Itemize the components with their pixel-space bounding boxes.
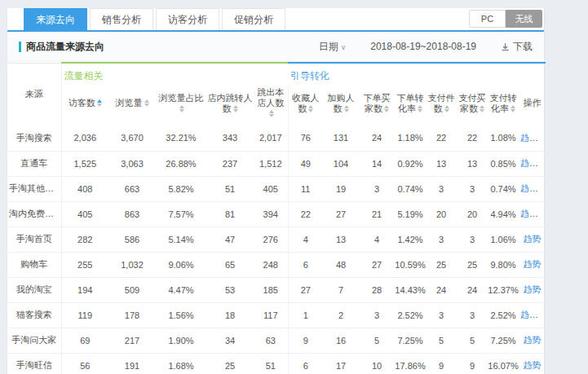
trend-link[interactable]: 趋势 (520, 209, 538, 218)
sort-icon[interactable] (144, 99, 149, 108)
table-row: 购物车2551,0329.06%652486482710.59%25259.80… (7, 252, 546, 277)
trend-link[interactable]: 趋势 (520, 310, 538, 319)
value-cell: 56 (61, 353, 108, 374)
tab-promotion-analysis[interactable]: 促销分析 (222, 8, 285, 30)
value-cell: 405 (61, 201, 108, 227)
column-header: 收藏人数 (288, 86, 323, 125)
value-cell: 1.56% (156, 302, 206, 328)
table-row: 淘内免费其他4058637.57%813942227215.19%20204.9… (7, 201, 546, 227)
value-cell: 27 (323, 201, 359, 227)
value-cell: 5 (426, 328, 457, 353)
value-cell: 49 (288, 151, 323, 176)
date-range-value[interactable]: 2018-08-19~2018-08-19 (370, 41, 476, 52)
value-cell: 22 (288, 201, 323, 227)
tab-source-destination[interactable]: 来源去向 (24, 8, 87, 30)
value-cell: 104 (323, 151, 359, 176)
table-row: 手淘旺信561911.68%25516171017.86%9916.07%趋势 (7, 353, 546, 374)
value-cell: 24 (426, 277, 457, 302)
sort-icon[interactable] (480, 104, 484, 113)
source-cell: 手淘其他店铺... (7, 176, 61, 201)
trend-link[interactable]: 趋势 (520, 183, 538, 193)
sort-icon[interactable] (308, 104, 313, 113)
pc-toggle-button[interactable]: PC (469, 10, 506, 28)
value-cell: 5.14% (156, 227, 206, 252)
tab-bar: 来源去向 销售分析 访客分析 促销分析 (7, 8, 544, 30)
download-button[interactable]: 下载 (501, 40, 533, 54)
trend-link[interactable]: 趋势 (520, 158, 538, 168)
download-label: 下载 (513, 40, 533, 54)
trend-link[interactable]: 趋势 (524, 259, 542, 269)
sort-icon[interactable] (269, 109, 274, 118)
value-cell: 25 (206, 353, 254, 374)
detail-link[interactable]: 详情 (542, 310, 546, 319)
sort-icon[interactable] (233, 104, 238, 113)
detail-link[interactable]: 详情 (542, 209, 546, 218)
column-header: 店内跳转人数 (206, 86, 254, 125)
tab-sales-analysis[interactable]: 销售分析 (90, 8, 153, 30)
value-cell: 1.06% (488, 227, 519, 252)
trend-link[interactable]: 趋势 (524, 234, 542, 244)
tab-visitor-analysis[interactable]: 访客分析 (156, 8, 219, 30)
source-cell: 手淘旺信 (7, 353, 61, 374)
sort-icon[interactable] (511, 104, 515, 113)
date-dropdown[interactable]: 日期∨ (319, 40, 347, 54)
value-cell: 3 (457, 176, 488, 201)
value-cell: 17 (323, 353, 359, 374)
chevron-down-icon: ∨ (341, 43, 347, 51)
trend-link[interactable]: 趋势 (524, 335, 542, 345)
value-cell: 191 (108, 353, 156, 374)
column-header-source: 来源 (7, 63, 61, 125)
value-cell: 1.42% (395, 227, 426, 252)
column-header: 跳出本店人数 (254, 86, 288, 125)
value-cell: 3 (359, 302, 395, 328)
sort-icon[interactable] (179, 104, 184, 113)
value-cell: 22 (457, 125, 488, 151)
value-cell: 69 (61, 328, 108, 353)
value-cell: 178 (108, 302, 156, 328)
value-cell: 24 (457, 277, 488, 302)
value-cell: 28 (359, 277, 395, 302)
value-cell: 9.80% (488, 252, 519, 277)
column-header: 支付件数 (426, 86, 457, 125)
value-cell: 5 (359, 328, 395, 353)
column-header-label: 加购人数 (328, 93, 355, 113)
value-cell: 0.92% (395, 151, 426, 176)
trend-link[interactable]: 趋势 (520, 133, 538, 143)
source-cell: 我的淘宝 (7, 277, 61, 302)
sort-icon[interactable] (444, 104, 449, 113)
value-cell: 1,032 (108, 252, 156, 277)
value-cell: 282 (61, 227, 108, 252)
table-row: 猫客搜索1191781.56%181171232.52%332.52%趋势详情 (7, 302, 546, 328)
source-cell: 手淘搜索 (7, 125, 61, 151)
sort-icon[interactable] (344, 104, 349, 113)
detail-link[interactable]: 详情 (542, 158, 546, 168)
value-cell: 217 (108, 328, 156, 353)
value-cell: 4.94% (488, 201, 519, 227)
value-cell: 2,036 (61, 125, 108, 151)
group-header-conversion: 引导转化 (288, 63, 546, 86)
sort-icon[interactable] (384, 104, 389, 113)
sort-icon[interactable] (97, 99, 102, 108)
wireless-toggle-button[interactable]: 无线 (506, 10, 542, 28)
table-row: 直通车1,5253,06326.88%2371,51249104140.92%1… (7, 151, 546, 176)
title-accent-bar (19, 42, 21, 52)
value-cell: 11 (288, 176, 323, 201)
actions-cell: 趋势详情 (519, 176, 546, 201)
value-cell: 53 (206, 277, 254, 302)
value-cell: 3,063 (108, 151, 156, 176)
value-cell: 0.74% (395, 176, 426, 201)
sort-icon[interactable] (418, 104, 422, 113)
trend-link[interactable]: 趋势 (524, 284, 542, 294)
traffic-source-table: 来源 流量相关 引导转化 访客数浏览量浏览量占比店内跳转人数跳出本店人数收藏人数… (7, 62, 546, 374)
detail-link[interactable]: 详情 (542, 183, 546, 193)
column-header-label: 支付件数 (428, 93, 455, 113)
value-cell: 7 (323, 277, 359, 302)
value-cell: 22 (426, 125, 457, 151)
value-cell: 25 (457, 252, 488, 277)
value-cell: 17.86% (395, 353, 426, 374)
device-toggle: PC 无线 (469, 10, 542, 28)
value-cell: 10.59% (395, 252, 426, 277)
detail-link[interactable]: 详情 (542, 133, 546, 143)
trend-link[interactable]: 趋势 (524, 360, 542, 370)
actions-cell: 趋势 (519, 353, 546, 374)
